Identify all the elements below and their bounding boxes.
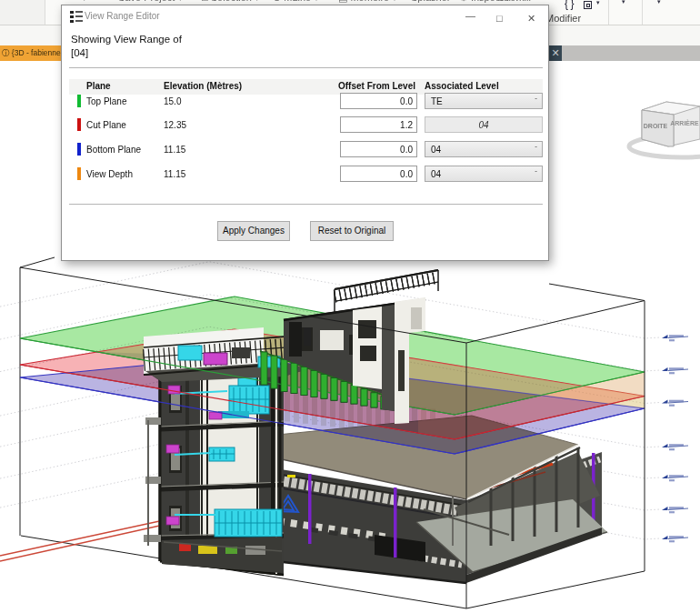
- svg-text:DROITE: DROITE: [644, 123, 668, 129]
- svg-text:ARRIÈRE: ARRIÈRE: [670, 119, 699, 126]
